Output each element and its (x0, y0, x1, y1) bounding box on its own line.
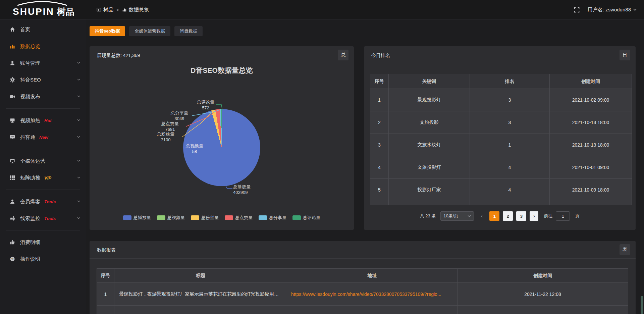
header-right: 用户名: zswodun88 (574, 0, 637, 19)
report-badge-button[interactable]: 表 (620, 244, 630, 255)
goto-page-input[interactable] (556, 211, 570, 221)
legend-item-share[interactable]: 总分享量 (259, 215, 286, 221)
sidebar-item-matrix-boost[interactable]: 矩阵助推 VIP (0, 169, 86, 186)
tab-douyin-seo-data[interactable]: 抖音seo数据 (90, 26, 125, 36)
sidebar-item-label: 账号管理 (20, 60, 40, 66)
sidebar-divider (6, 108, 80, 109)
breadcrumb-root-label: 树品 (103, 7, 113, 13)
page-size-select[interactable]: 10条/页 (440, 211, 474, 221)
goto-label: 前往 (544, 213, 552, 219)
tab-bar: 抖音seo数据 全媒体运营数据 询盘数据 (90, 26, 203, 36)
table-header-row: 序号 标题 地址 创建时间 (97, 269, 628, 283)
sidebar-item-account[interactable]: 账号管理 (0, 55, 86, 71)
window-icon (97, 7, 101, 12)
page-button-2[interactable]: 2 (503, 211, 513, 221)
column-header: 创建时间 (458, 269, 628, 283)
chevron-down-icon (468, 215, 471, 217)
scrollbar-thumb[interactable] (641, 296, 643, 314)
pie-label-fans-count: 总粉丝量7100 (150, 131, 181, 143)
overview-panel: 展现量总数: 421,369 总 D音SEO数据量总览 总播放量402909 总… (90, 46, 354, 230)
sidebar-item-member-burst[interactable]: 会员爆客 Tools (0, 193, 86, 210)
legend-item-play[interactable]: 总播放量 (123, 215, 151, 221)
user-menu[interactable]: 用户名: zswodun88 (588, 7, 637, 13)
tab-inquiry-data[interactable]: 询盘数据 (174, 26, 203, 36)
column-header: 关键词 (389, 74, 470, 89)
sidebar: 首页 数据总览 账号管理 (0, 19, 86, 314)
home-icon (9, 27, 15, 33)
ranking-badge-button[interactable]: 日 (620, 50, 630, 60)
legend-item-like[interactable]: 总点赞量 (225, 215, 253, 221)
panel-divider (90, 64, 354, 64)
table-row: 1景观投影灯32021-10-02 09:00 (370, 89, 632, 111)
table-row: 3文旅水纹灯12021-10-13 18:00 (370, 134, 632, 156)
sidebar-divider (6, 149, 80, 149)
legend-swatch (123, 215, 131, 220)
next-page-button[interactable]: › (530, 211, 538, 221)
pie-label-like-count: 总点赞量7681 (155, 121, 185, 132)
sidebar-item-data-overview[interactable]: 数据总览 (0, 38, 86, 55)
chat-bubble-icon (9, 135, 15, 140)
sidebar-item-video-heat[interactable]: 视频加热 Hot (0, 112, 86, 129)
fullscreen-icon[interactable] (574, 6, 580, 13)
sidebar-item-label: 消费明细 (20, 239, 40, 246)
table-row-partial (97, 306, 628, 314)
breadcrumb-separator: > (116, 7, 119, 12)
report-title-cell: 景观投影灯，夜游景观投影灯厂家展示展示落花灯在花园里的灯光投影应用效果 # (114, 283, 287, 306)
sidebar-item-douyin-seo[interactable]: 抖音SEO (0, 71, 86, 88)
legend-item-fans[interactable]: 总粉丝量 (191, 215, 219, 221)
display-icon (9, 118, 15, 123)
column-header: 序号 (97, 269, 114, 283)
sidebar-divider (6, 230, 80, 230)
help-icon: ? (9, 256, 15, 262)
pie-label-play-count: 总播放量402909 (233, 184, 270, 195)
logo-text-cn: 树品 (57, 6, 74, 17)
legend-item-comment[interactable]: 总评论量 (292, 215, 320, 221)
overview-badge-button[interactable]: 总 (338, 50, 348, 60)
chevron-down-icon (633, 9, 637, 11)
sidebar-item-media-operation[interactable]: 全媒体运营 (0, 153, 86, 169)
report-created-cell: 2021-11-22 12:08 (458, 283, 628, 306)
chevron-down-icon (77, 62, 80, 64)
column-header: 创建时间 (550, 74, 632, 89)
table-row: 2文旅投影32021-10-13 18:00 (370, 111, 632, 134)
hot-badge: Hot (44, 118, 52, 123)
sidebar-item-help[interactable]: ? 操作说明 (0, 251, 86, 267)
table-header-row: 序号 关键词 排名 创建时间 (370, 74, 632, 89)
chevron-down-icon (77, 136, 80, 138)
pie-chart-title: D音SEO数据量总览 (90, 66, 354, 75)
user-icon (9, 60, 15, 66)
legend-item-video[interactable]: 总视频量 (157, 215, 185, 221)
tools-badge: Tools (44, 216, 56, 221)
sidebar-item-label: 操作说明 (20, 256, 40, 262)
chevron-down-icon (77, 160, 80, 162)
table-row: 5投影灯厂家42021-10-09 18:00 (370, 179, 632, 201)
legend-swatch (292, 215, 301, 220)
pie-label-share-count: 总分享量3049 (164, 110, 195, 121)
sidebar-item-doutoketong[interactable]: 抖客通 New (0, 129, 86, 146)
legend-swatch (191, 215, 199, 220)
sidebar-item-lead-monitor[interactable]: 线索监控 Tools (0, 210, 86, 227)
sidebar-item-video-publish[interactable]: 视频发布 (0, 88, 86, 105)
pagination: 共 23 条 10条/页 ‹ 1 2 3 › 前往 页 (364, 211, 636, 221)
table-row: 1 景观投影灯，夜游景观投影灯厂家展示展示落花灯在花园里的灯光投影应用效果 # … (97, 283, 628, 306)
chevron-down-icon (77, 119, 80, 121)
sidebar-item-home[interactable]: 首页 (0, 21, 86, 38)
report-url-link[interactable]: https://www.iesdouyin.com/share/video/70… (287, 283, 458, 306)
column-header: 排名 (470, 74, 550, 89)
report-panel-title: 数据报表 (97, 247, 116, 253)
sidebar-item-label: 会员爆客 (20, 199, 40, 205)
breadcrumb-current[interactable]: 数据总览 (122, 7, 149, 13)
ranking-panel-title: 今日排名 (371, 53, 390, 59)
new-badge: New (39, 135, 48, 140)
page-button-3[interactable]: 3 (516, 211, 526, 221)
panel-divider (90, 258, 636, 259)
sidebar-item-label: 抖客通 (20, 134, 35, 141)
table-row: 4文旅投影灯42021-10-01 09:00 (370, 156, 632, 179)
breadcrumb-root[interactable]: 树品 (97, 7, 113, 13)
sidebar-item-label: 矩阵助推 (20, 175, 40, 181)
prev-page-button[interactable]: ‹ (477, 211, 486, 221)
page-button-1[interactable]: 1 (489, 211, 499, 221)
tab-media-operation-data[interactable]: 全媒体运营数据 (129, 26, 170, 36)
app-root: SHUPIN 树品 树品 > 数据总览 (0, 0, 644, 314)
sidebar-item-expense-detail[interactable]: 消费明细 (0, 234, 86, 251)
